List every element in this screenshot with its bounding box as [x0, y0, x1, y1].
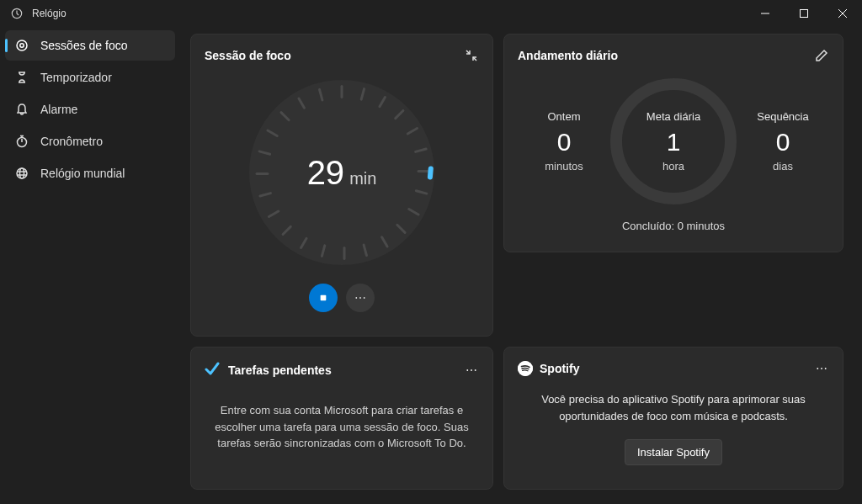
svg-point-2 [17, 40, 27, 50]
more-icon: ⋯ [354, 291, 366, 305]
focus-dial[interactable]: 29 min [205, 63, 479, 282]
focus-session-title: Sessão de foco [205, 49, 291, 62]
sidebar-item-timer[interactable]: Temporizador [5, 62, 175, 93]
daily-goal-ring: Meta diária 1 hora [610, 78, 737, 204]
edit-icon[interactable] [814, 48, 829, 63]
spotify-icon [518, 361, 533, 376]
spotify-card: Spotify ⋯ Você precisa do aplicativo Spo… [503, 347, 843, 490]
svg-rect-1 [801, 10, 808, 18]
sidebar-item-label: Alarme [40, 103, 77, 116]
spotify-title: Spotify [540, 362, 579, 375]
daily-progress-card: Andamento diário Ontem 0 minutos Meta di… [503, 34, 843, 252]
daily-progress-title: Andamento diário [518, 49, 618, 62]
streak-unit: dias [737, 160, 829, 172]
hourglass-icon [15, 71, 29, 84]
spotify-body-text: Você precisa do aplicativo Spotify para … [518, 376, 829, 427]
todo-icon [205, 361, 220, 379]
yesterday-value: 0 [518, 128, 610, 157]
sidebar-item-stopwatch[interactable]: Cronômetro [5, 126, 175, 157]
streak-label: Sequência [737, 110, 829, 123]
clock-app-icon [10, 7, 24, 20]
sidebar-item-label: Cronômetro [40, 135, 103, 148]
completed-text: Concluído: 0 minutos [518, 220, 829, 232]
focus-icon [15, 39, 29, 52]
sidebar-item-focus-sessions[interactable]: Sessões de foco [5, 30, 175, 61]
focus-minutes-unit: min [349, 169, 376, 188]
svg-point-3 [20, 44, 24, 47]
tasks-body-text: Entre com sua conta Microsoft para criar… [205, 379, 479, 475]
window-controls [746, 0, 862, 27]
more-options-button[interactable]: ⋯ [346, 284, 375, 312]
minimize-button[interactable] [746, 0, 785, 27]
tasks-title: Tarefas pendentes [228, 363, 332, 377]
stopwatch-icon [15, 135, 29, 148]
spotify-more-button[interactable]: ⋯ [814, 361, 829, 376]
svg-point-5 [17, 168, 27, 178]
svg-rect-7 [321, 295, 327, 301]
bell-icon [15, 103, 29, 116]
yesterday-label: Ontem [518, 110, 610, 123]
sidebar-item-label: Sessões de foco [40, 39, 128, 52]
streak-stat: Sequência 0 dias [737, 110, 829, 172]
focus-session-card: Sessão de foco 29 min [190, 34, 493, 337]
yesterday-unit: minutos [518, 160, 610, 172]
sidebar-item-label: Temporizador [40, 71, 112, 84]
streak-value: 0 [737, 128, 829, 157]
sidebar-item-world-clock[interactable]: Relógio mundial [5, 158, 175, 188]
tasks-more-button[interactable]: ⋯ [464, 363, 479, 378]
sidebar-item-label: Relógio mundial [40, 167, 125, 180]
window-title: Relógio [32, 8, 67, 19]
tasks-card: Tarefas pendentes ⋯ Entre com sua conta … [190, 347, 493, 490]
sidebar: Sessões de foco Temporizador Alarme Cron… [0, 27, 180, 504]
install-spotify-button[interactable]: Instalar Spotify [625, 439, 722, 465]
sidebar-item-alarm[interactable]: Alarme [5, 94, 175, 125]
collapse-icon[interactable] [464, 48, 479, 63]
globe-icon [15, 167, 29, 180]
title-bar: Relógio [0, 0, 862, 27]
close-button[interactable] [823, 0, 862, 27]
svg-point-6 [20, 168, 24, 178]
focus-minutes-value: 29 [307, 154, 345, 192]
maximize-button[interactable] [785, 0, 823, 27]
stop-button[interactable] [309, 284, 338, 312]
yesterday-stat: Ontem 0 minutos [518, 110, 610, 172]
